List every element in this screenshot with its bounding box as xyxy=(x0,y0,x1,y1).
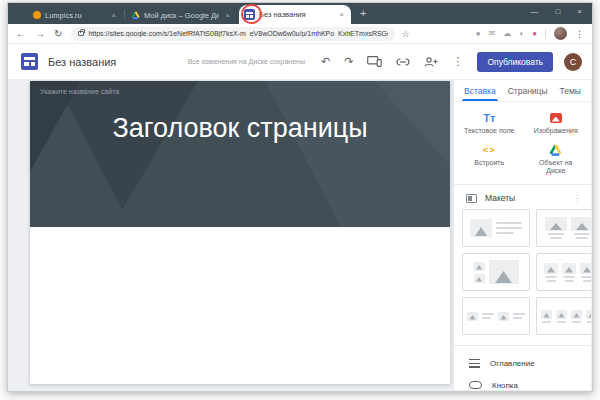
tab-title: Мой диск – Google Диск xyxy=(144,11,219,20)
image-placeholder xyxy=(470,219,492,237)
tab-google-drive[interactable]: Мой диск – Google Диск × xyxy=(126,6,237,24)
layouts-more-icon[interactable]: ⋮ xyxy=(573,194,581,203)
layout-card-2[interactable] xyxy=(536,209,591,247)
tab-title: Lumpics.ru xyxy=(45,11,105,20)
image-placeholder xyxy=(586,310,591,319)
button-icon xyxy=(469,381,482,389)
tab-close-icon[interactable]: × xyxy=(337,10,346,19)
editor-main-area: Укажите название сайта Заголовок страниц… xyxy=(8,80,592,391)
text-field-icon: Тт xyxy=(483,112,495,124)
maximize-button[interactable]: □ xyxy=(555,7,560,16)
extension-icon-2[interactable]: ✉ xyxy=(489,29,496,38)
insert-images[interactable]: Изображения xyxy=(523,106,590,138)
insert-drive-object[interactable]: Объект на Диске xyxy=(523,138,590,178)
image-placeholder xyxy=(580,263,591,274)
layout-card-1[interactable] xyxy=(462,209,530,247)
image-placeholder xyxy=(545,217,567,231)
extension-icon-5[interactable]: ● xyxy=(532,29,537,38)
images-icon xyxy=(550,113,562,123)
site-canvas: Укажите название сайта Заголовок страниц… xyxy=(30,81,450,384)
embed-icon: <> xyxy=(483,145,496,155)
save-status: Все изменения на Диске сохранены xyxy=(188,58,305,65)
share-add-person-icon[interactable] xyxy=(424,57,438,67)
insert-table-of-contents[interactable]: Оглавление xyxy=(454,352,591,374)
insert-text-box[interactable]: Тт Текстовое поле xyxy=(456,106,523,138)
toolbar-separator xyxy=(545,29,546,39)
reload-icon[interactable]: ↻ xyxy=(54,28,62,39)
address-bar[interactable]: https://sites.google.com/s/1eNefRfATtS0B… xyxy=(71,27,395,41)
more-options-icon[interactable]: ⋮ xyxy=(452,56,463,67)
tab-separator xyxy=(124,10,125,19)
drive-favicon xyxy=(131,11,140,19)
redo-icon[interactable]: ↷ xyxy=(344,56,353,67)
insert-embed[interactable]: <> Встроить xyxy=(456,138,523,178)
account-avatar[interactable]: С xyxy=(564,53,582,71)
layout-card-3[interactable] xyxy=(462,253,530,291)
image-placeholder xyxy=(562,263,576,274)
image-placeholder xyxy=(544,263,558,274)
browser-window: Lumpics.ru × Мой диск – Google Диск × Бе… xyxy=(7,2,593,392)
minimize-button[interactable]: — xyxy=(530,7,538,16)
image-placeholder xyxy=(571,217,591,231)
google-sites-logo[interactable] xyxy=(21,53,38,70)
tab-close-icon[interactable]: × xyxy=(223,11,232,20)
sites-favicon xyxy=(244,9,255,20)
back-icon[interactable]: ← xyxy=(16,28,26,39)
image-placeholder xyxy=(489,260,519,284)
layout-card-5[interactable] xyxy=(462,297,530,335)
sidebar-tab-insert[interactable]: Вставка xyxy=(464,80,496,101)
undo-icon[interactable]: ↶ xyxy=(321,56,330,67)
tab-lumpics[interactable]: Lumpics.ru × xyxy=(28,6,123,24)
preview-devices-icon[interactable] xyxy=(367,56,382,67)
chrome-menu-icon[interactable]: ⋮ xyxy=(575,29,584,39)
drive-icon xyxy=(549,144,562,156)
image-placeholder xyxy=(571,310,582,319)
tab-google-sites-active[interactable]: Без названия × xyxy=(239,5,351,24)
url-text: https://sites.google.com/s/1eNefRfATtS0B… xyxy=(88,30,388,37)
extension-icon-3[interactable]: ☁ xyxy=(503,29,511,38)
tab-title: Без названия xyxy=(259,10,333,19)
image-placeholder xyxy=(541,310,552,319)
lumpics-favicon xyxy=(33,11,41,19)
browser-profile-avatar[interactable] xyxy=(554,27,567,40)
layouts-header: Макеты xyxy=(485,193,515,203)
publish-button[interactable]: Опубликовать xyxy=(477,52,553,72)
image-placeholder xyxy=(467,312,478,321)
insert-sidebar: Вставка Страницы Темы Тт Текстовое поле … xyxy=(453,80,591,390)
page-title-editable[interactable]: Заголовок страницы xyxy=(30,111,450,145)
tab-close-icon[interactable]: × xyxy=(109,11,118,20)
bookmark-star-icon[interactable]: ☆ xyxy=(401,29,409,39)
forward-icon[interactable]: → xyxy=(35,28,45,39)
titlebar: Lumpics.ru × Мой диск – Google Диск × Бе… xyxy=(8,3,592,24)
toc-icon xyxy=(469,359,480,368)
secure-lock-icon xyxy=(78,31,84,36)
page-body-empty[interactable] xyxy=(30,227,450,384)
address-bar-row: ← → ↻ https://sites.google.com/s/1eNefRf… xyxy=(8,24,592,44)
image-placeholder xyxy=(556,310,567,319)
header-banner-section[interactable]: Укажите название сайта Заголовок страниц… xyxy=(30,81,450,227)
sites-app-header: Без названия Все изменения на Диске сохр… xyxy=(8,44,592,80)
sidebar-divider xyxy=(454,345,591,346)
sidebar-tab-themes[interactable]: Темы xyxy=(560,80,581,101)
image-placeholder xyxy=(474,262,485,271)
image-placeholder xyxy=(474,274,485,283)
sidebar-tab-pages[interactable]: Страницы xyxy=(508,80,548,101)
site-name-placeholder[interactable]: Укажите название сайта xyxy=(40,88,119,95)
new-tab-button[interactable]: + xyxy=(360,7,366,19)
sidebar-divider xyxy=(454,184,591,185)
extension-icon-4[interactable]: ◐ xyxy=(519,29,524,38)
layout-card-4[interactable] xyxy=(536,253,591,291)
site-title-input[interactable]: Без названия xyxy=(48,56,116,68)
extension-icon-1[interactable]: ● xyxy=(476,29,481,38)
image-placeholder xyxy=(498,312,509,321)
insert-button[interactable]: Кнопка xyxy=(454,374,591,390)
layouts-icon xyxy=(466,194,477,203)
close-button[interactable]: × xyxy=(577,7,582,16)
layout-card-6[interactable] xyxy=(536,297,591,335)
copy-link-icon[interactable] xyxy=(396,58,410,66)
